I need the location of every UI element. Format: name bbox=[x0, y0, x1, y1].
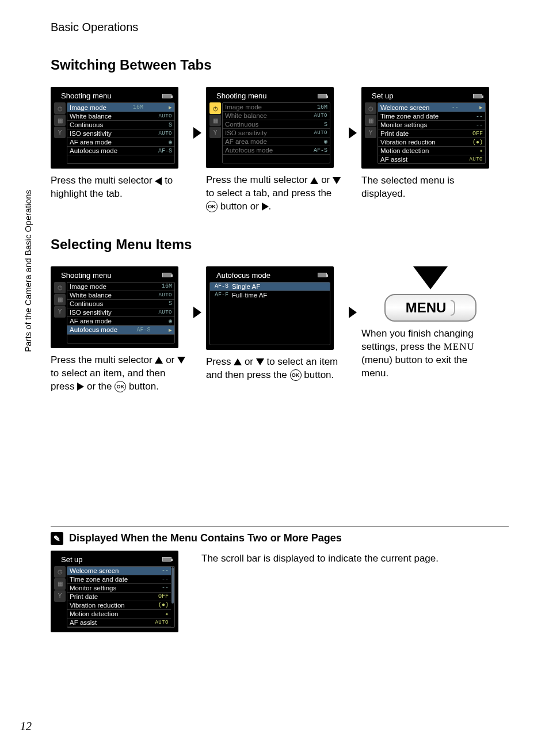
ok-button-icon: OK bbox=[206, 201, 218, 212]
battery-icon bbox=[473, 94, 482, 98]
note-title: Displayed When the Menu Contains Two or … bbox=[69, 532, 342, 544]
up-arrow-icon bbox=[155, 357, 163, 364]
down-arrow-icon bbox=[256, 358, 264, 365]
section2-caption2: Press or to select an item and then pres… bbox=[206, 356, 344, 382]
page-number: 12 bbox=[20, 720, 32, 733]
camera-tab-icon: ◷ bbox=[54, 566, 66, 578]
up-arrow-icon bbox=[310, 177, 318, 184]
arrow-right-icon bbox=[349, 127, 357, 139]
setup-tab-icon: Y bbox=[54, 306, 66, 318]
setup-tab-icon: Y bbox=[365, 127, 376, 138]
setup-tab-icon: Y bbox=[209, 127, 221, 138]
menu-physical-button: MENU bbox=[384, 294, 476, 322]
screenshot-setup-scrollbar: Set up ◷ ▦ Y Welcome screen-- Time zone … bbox=[51, 551, 178, 632]
left-arrow-icon bbox=[155, 177, 162, 185]
section1-caption3: The selected menu is displayed. bbox=[361, 174, 500, 201]
right-arrow-icon bbox=[262, 203, 269, 211]
screenshot-autofocus-submenu: Autofocus mode AF-SSingle AF AF-FFull-ti… bbox=[206, 266, 334, 350]
scrollbar bbox=[171, 567, 174, 604]
arrow-right-icon bbox=[193, 307, 201, 318]
section1-caption1: Press the multi selector to highlight th… bbox=[51, 174, 189, 201]
section2-title: Selecting Menu Items bbox=[51, 236, 509, 253]
note-section: ✎ Displayed When the Menu Contains Two o… bbox=[51, 526, 509, 632]
battery-icon bbox=[318, 94, 327, 98]
section1-caption2: Press the multi selector or to select a … bbox=[206, 174, 344, 213]
playback-tab-icon: ▦ bbox=[54, 578, 66, 590]
setup-tab-icon: Y bbox=[54, 127, 66, 138]
pencil-note-icon: ✎ bbox=[51, 532, 63, 545]
section2-caption1: Press the multi selector or to select an… bbox=[51, 354, 189, 394]
big-down-arrow-icon bbox=[413, 266, 448, 289]
down-arrow-icon bbox=[177, 357, 185, 364]
page-header: Basic Operations bbox=[51, 21, 509, 34]
section1-title: Switching Between Tabs bbox=[51, 57, 509, 73]
camera-tab-icon: ◷ bbox=[209, 102, 221, 114]
battery-icon bbox=[162, 557, 171, 562]
screenshot-shooting-menu-tab-highlighted: Shooting menu ◷ ▦ Y Image mode16M White … bbox=[206, 87, 334, 168]
section2-row: Shooting menu ◷ ▦ Y Image mode16M White … bbox=[51, 266, 509, 394]
sidebar-section-label: Parts of the Camera and Basic Operations bbox=[23, 190, 33, 352]
playback-tab-icon: ▦ bbox=[54, 114, 66, 126]
note-text: The scroll bar is displayed to indicate … bbox=[201, 551, 439, 564]
battery-icon bbox=[162, 94, 171, 98]
screenshot-shooting-menu-tab-not-selected: Shooting menu ◷ ▦ Y Image mode16M▸ White… bbox=[51, 87, 178, 169]
up-arrow-icon bbox=[234, 358, 242, 365]
screenshot-autofocus-highlighted: Shooting menu ◷ ▦ Y Image mode16M White … bbox=[51, 266, 178, 348]
ok-button-icon: OK bbox=[115, 381, 126, 392]
camera-tab-icon: ◷ bbox=[54, 282, 66, 293]
setup-tab-icon: Y bbox=[54, 590, 66, 602]
section2-caption3: When you finish changing settings, press… bbox=[361, 327, 500, 380]
ok-button-icon: OK bbox=[290, 369, 302, 381]
battery-icon bbox=[162, 273, 171, 277]
battery-icon bbox=[318, 273, 327, 277]
arrow-right-icon bbox=[193, 127, 201, 139]
camera-tab-icon: ◷ bbox=[365, 102, 376, 114]
right-arrow-icon bbox=[77, 383, 84, 391]
playback-tab-icon: ▦ bbox=[365, 114, 376, 126]
section1-row: Shooting menu ◷ ▦ Y Image mode16M▸ White… bbox=[51, 87, 509, 213]
playback-tab-icon: ▦ bbox=[209, 114, 221, 126]
down-arrow-icon bbox=[333, 177, 341, 184]
screenshot-setup-menu: Set up ◷ ▦ Y Welcome screen--▸ Time zone… bbox=[361, 87, 489, 169]
arrow-right-icon bbox=[349, 307, 357, 318]
playback-tab-icon: ▦ bbox=[54, 294, 66, 306]
camera-tab-icon: ◷ bbox=[54, 102, 66, 114]
